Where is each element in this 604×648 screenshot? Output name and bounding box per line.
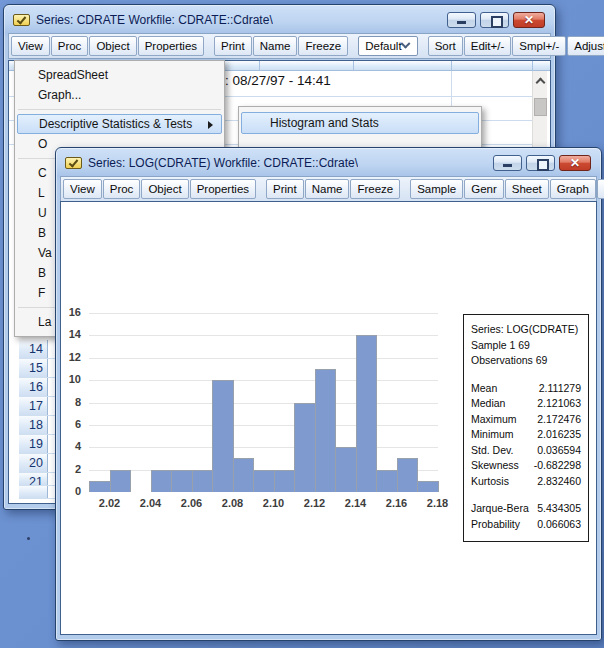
- row-header-20[interactable]: 20: [19, 454, 57, 473]
- y-gridline-8: [89, 403, 438, 404]
- x-tick-label: 2.04: [134, 497, 168, 509]
- close-button[interactable]: [559, 155, 591, 171]
- last-updated-cell: : 08/27/97 - 14:41: [225, 73, 331, 88]
- toolbar-button-object[interactable]: Object: [141, 179, 188, 199]
- stats-header-line: Observations 69: [471, 353, 581, 369]
- row-header-21[interactable]: 21: [19, 473, 57, 486]
- desktop-artifact-dot: [27, 537, 30, 540]
- window-title: Series: LOG(CDRATE) Workfile: CDRATE::Cd…: [88, 156, 358, 170]
- toolbar-button-name[interactable]: Name: [253, 36, 298, 56]
- row-header-15[interactable]: 15: [19, 359, 57, 378]
- column-separator: [532, 61, 533, 71]
- maximize-button[interactable]: [480, 12, 509, 28]
- button-label: Default: [365, 40, 401, 52]
- toolbar-button-graph[interactable]: Graph: [550, 179, 596, 199]
- y-tick-label: 6: [60, 418, 81, 430]
- minimize-button[interactable]: [447, 12, 476, 28]
- menu-item-label: SpreadSheet: [38, 68, 108, 82]
- close-button[interactable]: [513, 12, 545, 28]
- toolbar-button-proc[interactable]: Proc: [103, 179, 141, 199]
- row-header-16[interactable]: 16: [19, 378, 57, 397]
- row-header-18[interactable]: 18: [19, 416, 57, 435]
- row-header-19[interactable]: 19: [19, 435, 57, 454]
- toolbar-button-properties[interactable]: Properties: [138, 36, 204, 56]
- toolbar-button-object[interactable]: Object: [89, 36, 136, 56]
- dropdown-default[interactable]: Default: [358, 36, 417, 56]
- minimize-button[interactable]: [493, 155, 522, 171]
- toolbar-button-print[interactable]: Print: [214, 36, 252, 56]
- toolbar-button-adjust[interactable]: Adjust+/-: [567, 36, 604, 56]
- toolbar-button-genr[interactable]: Genr: [464, 179, 504, 199]
- view-menu-item-descriptive-statistics-tests[interactable]: Descriptive Statistics & Tests: [17, 114, 222, 134]
- histogram-bar: [376, 470, 398, 492]
- button-label: Sheet: [512, 183, 542, 195]
- histogram-bar: [192, 470, 214, 492]
- y-tick-label: 16: [60, 306, 81, 318]
- window-controls: [489, 155, 591, 171]
- toolbar-button-smpl[interactable]: Smpl+/-: [512, 36, 566, 56]
- toolbar-button-stats[interactable]: Stats: [597, 179, 604, 199]
- x-tick-label: 2.06: [175, 497, 209, 509]
- button-label: Proc: [110, 183, 134, 195]
- toolbar-button-sample[interactable]: Sample: [410, 179, 463, 199]
- row-number: 15: [19, 359, 48, 377]
- stat-label: Probability: [471, 517, 520, 533]
- scrollbar-thumb[interactable]: [534, 98, 547, 116]
- stat-value: 0.066063: [537, 517, 581, 533]
- view-menu-item-spreadsheet[interactable]: SpreadSheet: [15, 65, 224, 85]
- row-number: 21: [19, 473, 48, 485]
- y-gridline-6: [89, 425, 438, 426]
- titlebar-log-cdrate[interactable]: Series: LOG(CDRATE) Workfile: CDRATE::Cd…: [57, 149, 600, 176]
- toolbar-button-edit[interactable]: Edit+/-: [464, 36, 512, 56]
- eviews-series-icon: [13, 14, 30, 26]
- stat-value: 5.434305: [537, 501, 581, 517]
- y-gridline-14: [89, 335, 438, 336]
- window-series-log-cdrate: Series: LOG(CDRATE) Workfile: CDRATE::Cd…: [55, 147, 602, 641]
- histogram-bar: [335, 447, 357, 492]
- toolbar-button-proc[interactable]: Proc: [51, 36, 89, 56]
- stat-row-maximum: Maximum2.172476: [471, 412, 581, 428]
- stat-label: Minimum: [471, 427, 514, 443]
- toolbar-button-print[interactable]: Print: [266, 179, 304, 199]
- y-tick-label: 8: [60, 396, 81, 408]
- stat-label: Maximum: [471, 412, 517, 428]
- y-gridline-10: [89, 380, 438, 381]
- button-label: Genr: [471, 183, 497, 195]
- spacer: [471, 369, 581, 381]
- button-label: View: [70, 183, 95, 195]
- toolbar-button-name[interactable]: Name: [305, 179, 350, 199]
- button-label: Freeze: [305, 40, 341, 52]
- row-header-14[interactable]: 14: [19, 340, 57, 359]
- x-tick-label: 2.08: [216, 497, 250, 509]
- toolbar-button-properties[interactable]: Properties: [190, 179, 256, 199]
- histogram-bar: [356, 335, 378, 492]
- menu-item-label: Histogram and Stats: [270, 116, 379, 130]
- toolbar-button-sort[interactable]: Sort: [428, 36, 463, 56]
- window-controls: [443, 12, 545, 28]
- toolbar-button-freeze[interactable]: Freeze: [298, 36, 348, 56]
- x-tick-label: 2.18: [421, 497, 455, 509]
- row-header-17[interactable]: 17: [19, 397, 57, 416]
- histogram-bar: [315, 369, 337, 492]
- histogram-bar: [397, 458, 419, 492]
- stat-value: 2.016235: [537, 427, 581, 443]
- toolbar-button-view[interactable]: View: [63, 179, 102, 199]
- maximize-button[interactable]: [526, 155, 555, 171]
- toolbar-button-freeze[interactable]: Freeze: [350, 179, 400, 199]
- toolbar-button-sheet[interactable]: Sheet: [505, 179, 549, 199]
- menu-item-label: F: [38, 286, 45, 300]
- x-tick-label: 2.02: [93, 497, 127, 509]
- scroll-up-icon[interactable]: [536, 78, 546, 88]
- titlebar-cdrate[interactable]: Series: CDRATE Workfile: CDRATE::Cdrate\: [5, 6, 554, 33]
- button-label: Object: [148, 183, 181, 195]
- stat-row-kurtosis: Kurtosis2.832460: [471, 474, 581, 490]
- stat-value: 2.832460: [537, 474, 581, 490]
- x-tick-label: 2.16: [380, 497, 414, 509]
- button-label: Object: [96, 40, 129, 52]
- submenu-item-histogram-and-stats[interactable]: Histogram and Stats: [241, 112, 479, 134]
- stats-text: Sample 1 69: [471, 338, 530, 354]
- menu-item-label: U: [38, 206, 47, 220]
- stat-value: 2.111279: [539, 381, 581, 397]
- view-menu-item-graph[interactable]: Graph...: [15, 85, 224, 105]
- toolbar-button-view[interactable]: View: [11, 36, 50, 56]
